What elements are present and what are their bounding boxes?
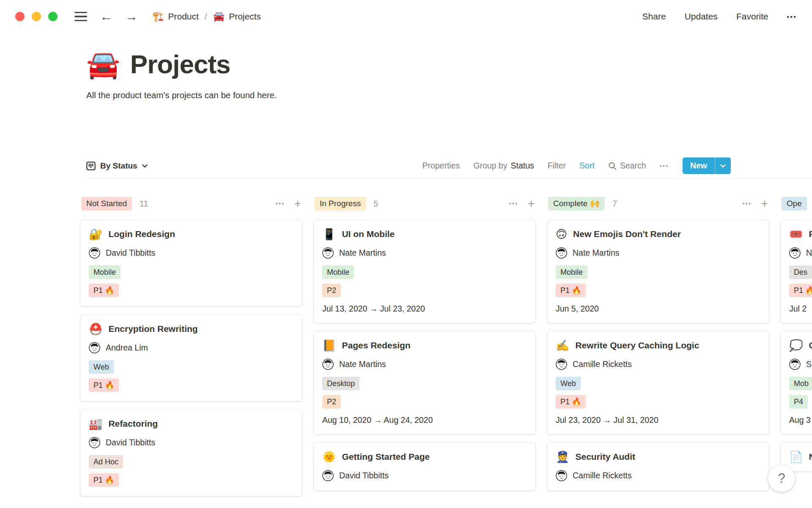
column-count: 7 [612, 199, 617, 209]
assignee-name: Nate Martins [573, 248, 620, 258]
minimize-window-button[interactable] [32, 12, 41, 21]
card-getting-started-page[interactable]: 🌞 Getting Started Page David Tibbitts [314, 443, 535, 491]
properties-button[interactable]: Properties [422, 161, 460, 171]
card-login-redesign[interactable]: 🔐 Login Redesign David Tibbitts Mobile P… [80, 220, 302, 306]
zoom-window-button[interactable] [48, 12, 58, 21]
page-icon: 📄 [789, 451, 803, 462]
assignee-name: N [806, 248, 812, 258]
column-status-badge[interactable]: Ope [782, 197, 807, 210]
card-date-range: Jul 23, 2020 → Jul 31, 2020 [556, 415, 760, 425]
close-window-button[interactable] [15, 12, 25, 21]
card-title: P [809, 229, 812, 239]
assignee-name: S [806, 359, 812, 369]
filter-button[interactable]: Filter [548, 161, 566, 171]
help-button[interactable]: ? [768, 465, 795, 492]
card-new-emojis-dont-render[interactable]: 🙃 New Emojis Don't Render Nate Martins M… [547, 220, 769, 323]
card-ui-on-mobile[interactable]: 📱 UI on Mobile Nate Martins Mobile P2 Ju… [314, 220, 535, 323]
assignee-name: Andrea Lim [106, 343, 148, 353]
new-button-dropdown[interactable] [715, 157, 731, 174]
column-more-icon[interactable]: ••• [275, 200, 285, 207]
column-not-started: Not Started 11 ••• + 🔐 Login Redesign Da… [80, 195, 302, 505]
avatar [556, 470, 567, 481]
column-in-progress: In Progress 5 ••• + 📱 UI on Mobile Nate … [314, 195, 535, 505]
back-arrow-icon[interactable]: ← [100, 10, 112, 23]
assignee: David Tibbitts [89, 437, 294, 448]
thought-balloon-icon: 💭 [789, 340, 803, 351]
card-title: Getting Started Page [342, 452, 430, 462]
forward-arrow-icon[interactable]: → [125, 10, 138, 23]
sidebar-menu-icon[interactable] [74, 12, 87, 21]
search-button[interactable]: Search [608, 161, 646, 171]
card-title: C [809, 340, 812, 351]
column-add-icon[interactable]: + [528, 199, 535, 209]
column-add-icon[interactable]: + [294, 199, 301, 209]
board-view-icon [86, 161, 96, 171]
priority-tag: P1 🔥 [89, 378, 119, 392]
card-date: Jul 2 [789, 304, 812, 314]
locked-with-key-icon: 🔐 [89, 229, 102, 240]
card-pages-redesign[interactable]: 📙 Pages Redesign Nate Martins Desktop P2… [314, 331, 535, 434]
new-button: New [683, 157, 731, 174]
card-security-audit[interactable]: 👮 Security Audit Camille Ricketts [547, 443, 769, 491]
card-clipped-2[interactable]: 💭 C S Mob P4 Aug 3 [781, 331, 812, 434]
avatar [89, 247, 100, 259]
view-switcher[interactable]: By Status [86, 161, 148, 171]
priority-tag: P1 🔥 [89, 284, 119, 297]
search-icon [608, 162, 617, 170]
view-more-icon[interactable]: ••• [660, 163, 669, 169]
page-header: 🚘 Projects All the product team's projec… [86, 49, 277, 100]
assignee: David Tibbitts [322, 470, 527, 481]
column-status-badge[interactable]: Complete 🙌 [548, 197, 605, 210]
priority-tag: P1 🔥 [789, 284, 812, 297]
card-title: Rewrite Query Caching Logic [575, 340, 699, 351]
avatar [89, 437, 100, 448]
column-header: Complete 🙌 7 ••• + [547, 195, 769, 213]
favorite-button[interactable]: Favorite [736, 11, 768, 22]
avatar [322, 470, 334, 481]
avatar [89, 342, 100, 353]
platform-tag: Des [789, 265, 812, 279]
column-add-icon[interactable]: + [761, 199, 768, 209]
assignee-name: Camille Ricketts [573, 471, 632, 480]
view-name: By Status [100, 161, 137, 171]
updates-button[interactable]: Updates [685, 11, 718, 22]
card-rewrite-query-caching-logic[interactable]: ✍️ Rewrite Query Caching Logic Camille R… [547, 331, 769, 434]
column-complete: Complete 🙌 7 ••• + 🙃 New Emojis Don't Re… [547, 195, 769, 505]
car-icon: 🚘 [213, 11, 225, 22]
more-options-icon[interactable]: ••• [787, 13, 797, 20]
card-date: Aug 3 [789, 415, 812, 425]
admission-ticket-icon: 🎟️ [789, 229, 803, 240]
column-header: In Progress 5 ••• + [314, 195, 535, 213]
priority-tag: P1 🔥 [556, 284, 586, 297]
new-button-main[interactable]: New [683, 157, 715, 174]
breadcrumb-item-product[interactable]: 🏗️ Product [152, 11, 199, 22]
kanban-board: Not Started 11 ••• + 🔐 Login Redesign Da… [80, 195, 812, 505]
assignee: Nate Martins [322, 247, 527, 259]
share-button[interactable]: Share [642, 11, 666, 22]
avatar [322, 247, 334, 259]
column-more-icon[interactable]: ••• [742, 200, 752, 207]
notion-window: ← → 🏗️ Product / 🚘 Projects Share Update… [0, 0, 812, 508]
assignee: N [789, 247, 812, 259]
assignee: Nate Martins [556, 247, 760, 259]
card-title: New Emojis Don't Render [573, 229, 681, 239]
card-encryption-rewriting[interactable]: ⛑️ Encryption Rewriting Andrea Lim Web P… [80, 315, 302, 401]
assignee-name: David Tibbitts [106, 248, 155, 258]
card-clipped-1[interactable]: 🎟️ P N Des P1 🔥 Jul 2 [781, 220, 812, 323]
sort-button[interactable]: Sort [579, 161, 595, 171]
group-by-button[interactable]: Group by Status [473, 161, 534, 171]
column-open-clipped: Ope 🎟️ P N Des P1 🔥 Jul 2 💭 [781, 195, 812, 505]
card-refactoring[interactable]: 🏭 Refactoring David Tibbitts Ad Hoc P1 🔥 [80, 410, 302, 496]
breadcrumb-item-projects[interactable]: 🚘 Projects [213, 11, 261, 22]
police-officer-icon: 👮 [556, 451, 569, 462]
page-emoji-icon[interactable]: 🚘 [86, 51, 120, 78]
platform-tag: Ad Hoc [89, 455, 123, 469]
column-header: Not Started 11 ••• + [80, 195, 302, 213]
avatar [789, 247, 801, 259]
column-status-badge[interactable]: Not Started [81, 197, 132, 210]
column-more-icon[interactable]: ••• [509, 200, 518, 207]
column-status-badge[interactable]: In Progress [315, 197, 366, 210]
writing-hand-icon: ✍️ [556, 340, 569, 351]
breadcrumb-projects-label: Projects [229, 11, 261, 22]
orange-book-icon: 📙 [322, 340, 336, 351]
